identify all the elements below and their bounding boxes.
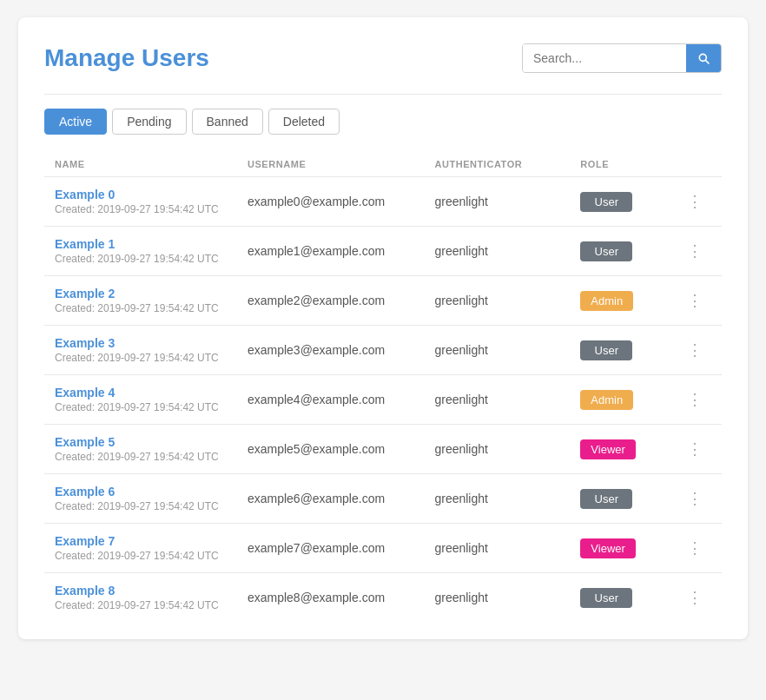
tab-banned[interactable]: Banned [192,109,263,135]
more-options-button[interactable]: ⋮ [680,586,711,609]
col-action [670,152,722,177]
table-row: Example 3 Created: 2019-09-27 19:54:42 U… [44,326,722,375]
user-name: Example 0 [55,188,227,201]
user-auth-cell: greenlight [424,524,570,573]
user-name: Example 2 [55,287,227,300]
user-created: Created: 2019-09-27 19:54:42 UTC [55,253,227,265]
user-username: example3@example.com [248,343,385,357]
user-created: Created: 2019-09-27 19:54:42 UTC [55,599,227,611]
user-authenticator: greenlight [434,393,488,406]
more-options-button[interactable]: ⋮ [680,339,711,361]
user-name-cell: Example 4 Created: 2019-09-27 19:54:42 U… [44,375,237,425]
user-username-cell: example3@example.com [237,326,425,375]
user-created: Created: 2019-09-27 19:54:42 UTC [55,203,227,215]
role-badge: User [580,241,632,261]
role-badge: Viewer [580,538,636,558]
more-options-button[interactable]: ⋮ [680,190,711,213]
user-action-cell: ⋮ [670,177,722,227]
table-head: NAME USERNAME AUTHENTICATOR ROLE [44,152,722,177]
user-role-cell: User [570,227,670,276]
user-name: Example 6 [55,485,227,499]
user-authenticator: greenlight [434,195,488,208]
user-name: Example 3 [55,336,227,350]
more-options-button[interactable]: ⋮ [680,487,711,510]
user-created: Created: 2019-09-27 19:54:42 UTC [55,352,227,364]
user-authenticator: greenlight [434,492,488,505]
table-body: Example 0 Created: 2019-09-27 19:54:42 U… [44,177,722,623]
user-auth-cell: greenlight [424,227,570,276]
user-authenticator: greenlight [434,343,488,357]
user-name-cell: Example 8 Created: 2019-09-27 19:54:42 U… [44,573,237,623]
role-badge: User [580,340,632,360]
user-username-cell: example7@example.com [237,524,425,573]
user-role-cell: User [570,573,670,623]
tab-active[interactable]: Active [44,109,107,135]
more-options-button[interactable]: ⋮ [680,537,711,559]
table-row: Example 8 Created: 2019-09-27 19:54:42 U… [44,573,722,623]
user-role-cell: User [570,474,670,524]
user-name: Example 4 [55,386,227,400]
user-username: example0@example.com [248,195,385,208]
tab-pending[interactable]: Pending [112,109,186,135]
user-auth-cell: greenlight [424,276,570,326]
search-container [522,43,722,73]
role-badge: Admin [580,291,633,311]
user-username-cell: example4@example.com [237,375,425,425]
user-authenticator: greenlight [434,591,488,604]
users-table: NAME USERNAME AUTHENTICATOR ROLE Example… [44,152,722,622]
more-options-button[interactable]: ⋮ [680,240,711,262]
user-name-cell: Example 6 Created: 2019-09-27 19:54:42 U… [44,474,237,524]
user-username-cell: example8@example.com [237,573,425,623]
user-username-cell: example6@example.com [237,474,425,524]
user-action-cell: ⋮ [670,326,722,375]
user-name-cell: Example 5 Created: 2019-09-27 19:54:42 U… [44,425,237,474]
user-auth-cell: greenlight [424,177,570,227]
page-title: Manage Users [44,44,209,72]
table-row: Example 2 Created: 2019-09-27 19:54:42 U… [44,276,722,326]
user-name-cell: Example 0 Created: 2019-09-27 19:54:42 U… [44,177,237,227]
user-action-cell: ⋮ [670,573,722,623]
search-icon [697,51,710,65]
user-name: Example 8 [55,584,227,598]
manage-users-card: Manage Users ActivePendingBannedDeleted … [18,17,748,639]
more-options-button[interactable]: ⋮ [680,289,711,312]
user-username: example2@example.com [248,294,385,307]
user-name-cell: Example 3 Created: 2019-09-27 19:54:42 U… [44,326,237,375]
table-row: Example 6 Created: 2019-09-27 19:54:42 U… [44,474,722,524]
user-created: Created: 2019-09-27 19:54:42 UTC [55,401,227,413]
user-role-cell: User [570,177,670,227]
user-name-cell: Example 2 Created: 2019-09-27 19:54:42 U… [44,276,237,326]
user-auth-cell: greenlight [424,573,570,623]
user-role-cell: Admin [570,276,670,326]
search-input[interactable] [523,44,686,72]
user-created: Created: 2019-09-27 19:54:42 UTC [55,302,227,314]
role-badge: User [580,588,632,608]
table-row: Example 0 Created: 2019-09-27 19:54:42 U… [44,177,722,227]
table-row: Example 5 Created: 2019-09-27 19:54:42 U… [44,425,722,474]
user-username: example5@example.com [248,442,385,456]
user-authenticator: greenlight [434,541,488,555]
user-username-cell: example2@example.com [237,276,425,326]
user-role-cell: Admin [570,375,670,425]
role-badge: Viewer [580,439,636,459]
user-action-cell: ⋮ [670,276,722,326]
more-options-button[interactable]: ⋮ [680,388,711,411]
table-row: Example 7 Created: 2019-09-27 19:54:42 U… [44,524,722,573]
user-authenticator: greenlight [434,244,488,258]
user-auth-cell: greenlight [424,326,570,375]
user-action-cell: ⋮ [670,425,722,474]
more-options-button[interactable]: ⋮ [680,438,711,460]
user-username: example4@example.com [248,393,385,406]
col-auth: AUTHENTICATOR [424,152,570,177]
user-created: Created: 2019-09-27 19:54:42 UTC [55,500,227,512]
search-button[interactable] [686,44,721,72]
tab-bar: ActivePendingBannedDeleted [44,109,722,135]
page-header: Manage Users [44,43,722,73]
header-divider [44,94,722,95]
tab-deleted[interactable]: Deleted [268,109,340,135]
user-auth-cell: greenlight [424,474,570,524]
user-username: example1@example.com [248,244,385,258]
col-username: USERNAME [237,152,425,177]
user-action-cell: ⋮ [670,375,722,425]
user-name: Example 7 [55,534,227,548]
